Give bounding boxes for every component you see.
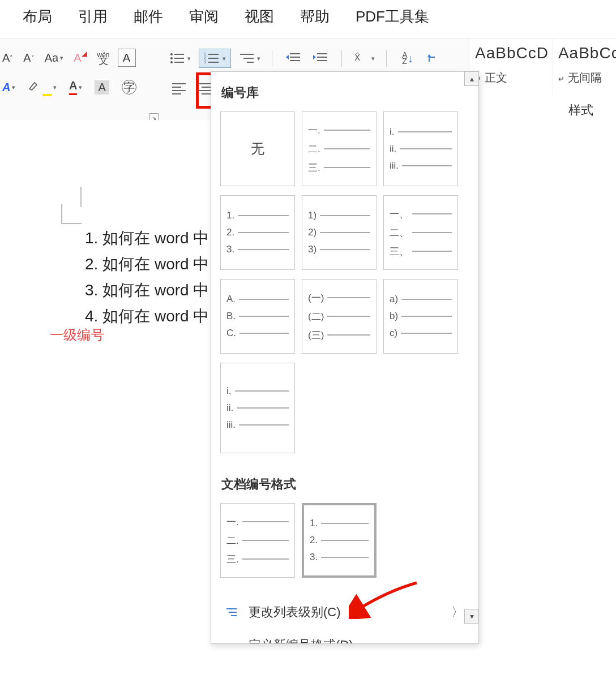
svg-point-2 <box>170 57 173 59</box>
shrink-font-button[interactable]: A˅ <box>21 50 36 66</box>
tab-pdf-tools[interactable]: PDF工具集 <box>356 7 429 27</box>
tab-review[interactable]: 审阅 <box>189 7 219 27</box>
tile-row-line <box>239 316 289 317</box>
tile-row-line <box>398 131 452 132</box>
style-normal[interactable]: AaBbCcD ↵ 正文 <box>469 38 553 95</box>
dropdown-commands: 更改列表级别(C) 〉 定义新编号格式(D)... 12 设置编号值(V)... <box>211 592 478 644</box>
tile-row-label: i. <box>226 385 232 397</box>
numbering-tile[interactable]: 一、二、三、 <box>383 195 458 270</box>
tile-row-line <box>237 407 289 409</box>
svg-text:3: 3 <box>204 60 206 64</box>
tile-row-label: 3. <box>310 552 318 563</box>
tile-row-line <box>239 424 289 426</box>
numbering-tile[interactable]: 无 <box>220 111 295 186</box>
numbering-dropdown: 编号库 无一.二.三.i.ii.iii.1.2.3.1)2)3)一、二、三、A.… <box>211 71 479 644</box>
char-shading-button[interactable]: A <box>92 79 111 96</box>
tile-row-label: (二) <box>308 310 324 323</box>
annotation-level-label: 一级编号 <box>50 326 104 344</box>
enclose-chars-button[interactable]: 字 <box>119 79 139 96</box>
document-body[interactable]: 1. 如何在 word 中 2. 如何在 word 中 3. 如何在 word … <box>85 225 209 329</box>
sort-button[interactable]: AZ↓ <box>398 49 417 68</box>
dropdown-scroll-down[interactable]: ▾ <box>464 609 479 624</box>
style-no-spacing[interactable]: AaBbCcD ↵ 无间隔 <box>553 38 616 95</box>
numbering-library-grid: 无一.二.三.i.ii.iii.1.2.3.1)2)3)一、二、三、A.B.C.… <box>211 108 478 463</box>
multilevel-list-button[interactable]: ▾ <box>239 51 260 65</box>
styles-section-label: 样式 <box>469 95 616 119</box>
tile-row-label: 2) <box>308 227 316 238</box>
tile-row-label: c) <box>390 328 397 339</box>
dropdown-scroll-up[interactable]: ▴ <box>464 71 479 86</box>
decrease-indent-button[interactable] <box>284 49 303 68</box>
tile-row-line <box>321 523 369 524</box>
numbering-tile[interactable]: 1.2.3. <box>302 503 377 578</box>
grow-font-button[interactable]: A˄ <box>0 50 15 66</box>
numbering-tile[interactable]: 一.二.三. <box>302 111 377 186</box>
bullets-button[interactable]: ▾ <box>169 51 191 65</box>
highlight-button[interactable]: ▾ <box>25 79 59 96</box>
bullets-icon <box>169 51 185 65</box>
tile-row-line <box>401 333 452 334</box>
tile-row-label: b) <box>390 311 398 322</box>
tile-row-label: 2. <box>226 227 234 238</box>
tile-row-label: 二. <box>308 143 320 156</box>
tile-row-label: 二. <box>226 534 239 547</box>
tile-row-line <box>238 215 289 216</box>
doc-line: 2. 如何在 word 中 <box>85 251 209 277</box>
define-new-number-format-item[interactable]: 定义新编号格式(D)... <box>211 629 478 644</box>
font-color-button[interactable]: A▾ <box>67 78 84 96</box>
numbering-icon: 123 <box>204 51 220 65</box>
tile-row-line <box>235 390 289 392</box>
tile-row-label: 三、 <box>390 245 409 258</box>
numbering-tile[interactable]: (一)(二)(三) <box>302 279 377 354</box>
numbering-button[interactable]: 123 ▾ <box>199 49 231 68</box>
tile-row-label: 1) <box>308 210 316 221</box>
align-left-button[interactable] <box>169 78 189 97</box>
change-case-button[interactable]: Aa▾ <box>42 50 66 66</box>
tile-row-label: 一、 <box>390 208 409 221</box>
tile-row-line <box>242 521 289 522</box>
increase-indent-button[interactable] <box>311 49 330 68</box>
tile-row-label: B. <box>226 311 236 322</box>
menu-tabs: 布局 引用 邮件 审阅 视图 帮助 PDF工具集 <box>0 0 616 38</box>
numbering-tile[interactable]: 1.2.3. <box>220 195 295 270</box>
tile-row-label: ii. <box>390 143 396 154</box>
font-group: A˄ A˅ Aa▾ A◢ wén文 A A▾ ▾ A▾ A 字 ↘ <box>0 44 164 118</box>
change-level-icon <box>224 607 239 617</box>
tile-row-line <box>321 557 369 558</box>
numbering-tile[interactable]: 一.二.三. <box>220 503 295 578</box>
svg-text:1: 1 <box>204 52 206 56</box>
asian-layout-button[interactable]: X̂ ▾ <box>353 51 375 65</box>
tab-references[interactable]: 引用 <box>78 7 108 27</box>
show-marks-button[interactable] <box>425 49 444 68</box>
tile-row-line <box>412 232 452 233</box>
tile-row-label: 1. <box>226 210 234 221</box>
phonetic-guide-button[interactable]: wén文 <box>95 51 112 65</box>
tab-view[interactable]: 视图 <box>245 7 274 27</box>
numbering-tile[interactable]: i.ii.iii. <box>220 363 295 453</box>
tile-row-line <box>320 215 370 216</box>
numbering-tile[interactable]: 1)2)3) <box>302 195 377 270</box>
tile-row-line <box>320 232 370 233</box>
char-border-button[interactable]: A <box>118 49 136 67</box>
doc-line: 3. 如何在 word 中 <box>85 277 209 303</box>
tile-row-label: 一. <box>308 124 320 137</box>
change-list-level-item[interactable]: 更改列表级别(C) 〉 <box>211 596 478 629</box>
tile-row-line <box>238 232 289 233</box>
tile-row-line <box>327 297 370 298</box>
text-effects-button[interactable]: A▾ <box>0 80 18 95</box>
tab-layout[interactable]: 布局 <box>23 7 52 27</box>
tile-row-line <box>400 148 452 149</box>
tile-row-label: 2. <box>310 535 318 546</box>
numbering-tile[interactable]: a)b)c) <box>383 279 458 354</box>
tile-row-label: 3) <box>308 244 316 255</box>
clear-formatting-button[interactable]: A◢ <box>71 50 89 66</box>
tab-mailings[interactable]: 邮件 <box>134 7 163 27</box>
numbering-tile[interactable]: i.ii.iii. <box>383 111 458 186</box>
asian-layout-icon: X̂ <box>353 51 369 65</box>
tab-help[interactable]: 帮助 <box>300 7 330 27</box>
separator <box>272 50 272 67</box>
tile-row-label: iii. <box>390 160 399 171</box>
numbering-tile[interactable]: A.B.C. <box>220 279 295 354</box>
menu-item-label: 定义新编号格式(D)... <box>249 637 363 644</box>
svg-point-0 <box>170 53 173 55</box>
